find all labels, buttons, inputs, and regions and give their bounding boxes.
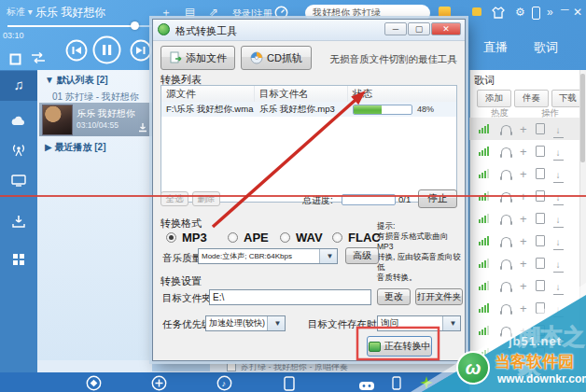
sidebar-cloud-icon[interactable] — [0, 114, 37, 131]
lyrics-row[interactable] — [469, 230, 579, 252]
desktop-lyrics-icon[interactable] — [86, 375, 102, 392]
exists-dropdown[interactable]: 询问▼ — [377, 315, 461, 331]
square-icon[interactable] — [536, 347, 545, 358]
game-icon[interactable] — [358, 378, 375, 392]
square-icon[interactable] — [536, 190, 545, 202]
radio-wav[interactable]: WAV — [280, 231, 323, 245]
identify-song-icon[interactable]: ♪ — [216, 375, 232, 392]
gift-icon[interactable] — [439, 7, 451, 18]
download-icon[interactable] — [553, 165, 564, 183]
header-source[interactable]: 源文件 — [161, 86, 255, 102]
download-icon[interactable] — [553, 232, 564, 250]
listen-icon[interactable] — [501, 170, 511, 178]
download-icon[interactable] — [553, 300, 564, 317]
add-icon[interactable]: ＋ — [160, 7, 172, 18]
add-music-icon[interactable] — [151, 375, 167, 392]
playlist-group-recent[interactable]: ▶ 最近播放 [2] — [45, 141, 105, 154]
sidebar-mv-icon[interactable] — [0, 174, 37, 190]
listen-icon[interactable] — [501, 125, 511, 133]
advanced-button[interactable]: 高级 — [345, 247, 379, 264]
square-icon[interactable] — [536, 168, 545, 179]
change-button[interactable]: 更改 — [377, 288, 411, 305]
sidebar-download-icon[interactable] — [0, 215, 37, 232]
quality-dropdown[interactable]: Mode:立体声; CBR:64Kbps▼ — [198, 248, 338, 264]
search-input[interactable] — [311, 7, 438, 20]
download-icon[interactable] — [553, 277, 564, 295]
lyrics-row[interactable] — [469, 319, 579, 342]
download-icon[interactable] — [553, 344, 564, 362]
cd-rip-button[interactable]: CD抓轨 — [241, 46, 312, 70]
lyrics-row[interactable] — [469, 252, 579, 274]
layout-icon[interactable]: ▤ — [185, 7, 195, 18]
accompaniment-button[interactable]: 伴奏 — [514, 90, 549, 107]
sidebar-apps-icon[interactable] — [0, 253, 37, 270]
previous-button[interactable] — [65, 39, 88, 65]
lock-icon[interactable] — [472, 7, 481, 16]
playlist-group-default[interactable]: ▼ 默认列表 [2] — [45, 74, 108, 87]
add-icon[interactable] — [520, 344, 527, 361]
listen-icon[interactable] — [501, 237, 511, 245]
lyrics-row[interactable] — [469, 274, 579, 297]
square-icon[interactable] — [536, 258, 545, 269]
lyrics-row[interactable] — [469, 185, 579, 207]
table-row[interactable]: F:\乐乐 我好想你.wma 乐乐 我好想你.mp3 48% — [161, 102, 456, 117]
minimize-button[interactable]: ─ — [561, 3, 569, 16]
lyrics-add-button[interactable]: 添加 — [477, 90, 511, 107]
sidebar-music-icon[interactable]: ♫ — [0, 77, 37, 92]
download-icon[interactable] — [553, 210, 564, 228]
lyrics-row[interactable] — [469, 162, 579, 185]
listen-icon[interactable] — [501, 147, 511, 156]
mobile-app-icon[interactable] — [392, 376, 401, 392]
stop-button[interactable]: 停止 — [418, 189, 457, 208]
radio-mp3[interactable]: MP3 — [166, 231, 207, 245]
pause-button[interactable] — [92, 35, 121, 68]
close-button[interactable]: ✕ — [573, 6, 582, 19]
lyrics-row[interactable] — [469, 342, 579, 364]
sidebar-radio-icon[interactable] — [0, 142, 37, 161]
target-folder-input[interactable] — [209, 289, 371, 305]
radio-ape[interactable]: APE — [228, 231, 269, 245]
add-icon[interactable] — [520, 255, 527, 272]
add-icon[interactable] — [520, 300, 527, 316]
square-icon[interactable] — [536, 213, 545, 224]
header-status[interactable]: 状态 — [348, 86, 456, 102]
add-icon[interactable] — [520, 210, 527, 227]
skin-icon[interactable] — [492, 6, 505, 22]
playlist-track-1[interactable]: 01 苏打绿 - 我好想你 — [52, 91, 139, 104]
download-icon[interactable] — [553, 120, 564, 138]
download-icon[interactable] — [553, 322, 564, 340]
plugin-star-icon[interactable] — [420, 376, 433, 392]
dialog-minimize-button[interactable]: ─ — [384, 22, 407, 35]
quality-selector[interactable]: 标准 ▾ — [7, 6, 33, 19]
lyrics-row[interactable] — [469, 140, 579, 162]
add-icon[interactable] — [520, 120, 527, 137]
listen-icon[interactable] — [501, 215, 511, 223]
track-download-icon[interactable] — [138, 119, 147, 136]
track-checkbox[interactable] — [227, 362, 236, 371]
radio-flac[interactable]: FLAC — [332, 231, 381, 245]
download-icon[interactable] — [553, 255, 564, 273]
add-icon[interactable] — [520, 188, 527, 204]
stop-icon[interactable] — [9, 52, 21, 69]
add-icon[interactable] — [520, 232, 527, 249]
dialog-maximize-button[interactable]: ▢ — [408, 22, 430, 35]
next-button[interactable] — [130, 39, 152, 65]
seek-handle[interactable] — [131, 21, 139, 30]
settings-gear-icon[interactable]: ⚙ — [515, 6, 525, 19]
lyrics-row[interactable] — [469, 118, 579, 140]
add-icon[interactable] — [520, 143, 527, 160]
square-icon[interactable] — [536, 302, 545, 314]
download-icon[interactable] — [553, 143, 564, 161]
phone-icon[interactable] — [284, 376, 295, 392]
square-icon[interactable] — [536, 280, 545, 291]
add-icon[interactable] — [520, 277, 527, 294]
listen-icon[interactable] — [501, 282, 511, 290]
add-icon[interactable] — [520, 322, 527, 339]
play-mode-icon[interactable] — [30, 51, 47, 68]
mini-player-icon[interactable] — [532, 7, 540, 20]
dialog-close-button[interactable]: ✕ — [431, 22, 461, 35]
listen-icon[interactable] — [501, 259, 511, 268]
add-icon[interactable] — [520, 165, 527, 182]
scrollbar-thumb[interactable] — [580, 74, 585, 162]
square-icon[interactable] — [536, 146, 545, 157]
